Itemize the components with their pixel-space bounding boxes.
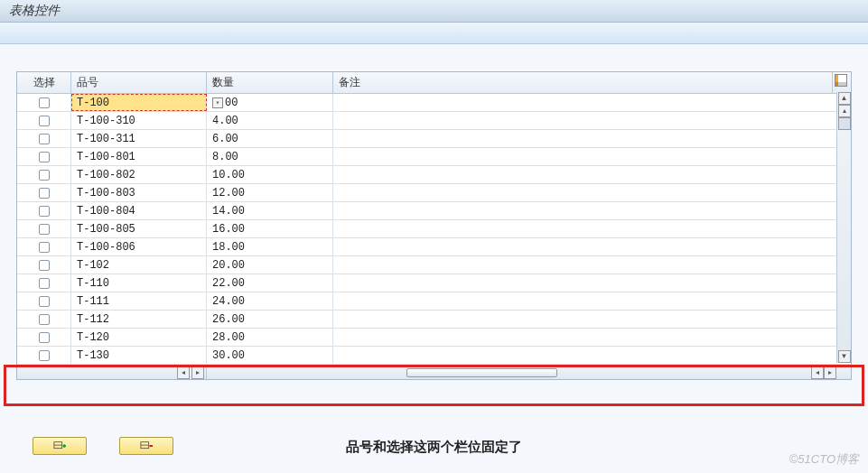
- table-row[interactable]: T-100-80516.00: [17, 220, 851, 238]
- hscroll-thumb[interactable]: [406, 368, 557, 377]
- vertical-scrollbar[interactable]: ▲ ▴ ▼: [836, 92, 851, 363]
- table-row[interactable]: T-12028.00: [17, 329, 851, 347]
- table-row[interactable]: T-11124.00: [17, 292, 851, 311]
- hscroll-left[interactable]: ◂: [811, 366, 824, 379]
- qty-cell[interactable]: 28.00: [207, 329, 333, 346]
- item-cell[interactable]: T-100-803: [71, 184, 207, 201]
- note-cell[interactable]: [333, 256, 851, 274]
- note-cell[interactable]: [333, 238, 851, 255]
- item-cell[interactable]: T-100-805: [71, 220, 207, 237]
- table-row[interactable]: T-11022.00: [17, 274, 851, 292]
- row-checkbox[interactable]: [39, 350, 50, 361]
- scroll-thumb[interactable]: [838, 117, 851, 130]
- row-select-cell[interactable]: [17, 256, 71, 274]
- table-row[interactable]: T-13030.00: [17, 347, 851, 365]
- item-cell[interactable]: T-111: [71, 292, 207, 310]
- row-select-cell[interactable]: [17, 220, 71, 237]
- item-cell[interactable]: T-100: [71, 94, 207, 111]
- row-checkbox[interactable]: [39, 314, 50, 325]
- scroll-pageup-button[interactable]: ▴: [838, 105, 851, 117]
- row-select-cell[interactable]: [17, 130, 71, 147]
- scroll-down-button[interactable]: ▼: [838, 350, 851, 363]
- row-select-cell[interactable]: [17, 292, 71, 310]
- note-cell[interactable]: [333, 329, 851, 346]
- row-select-cell[interactable]: [17, 148, 71, 165]
- item-cell[interactable]: T-130: [71, 347, 207, 364]
- row-checkbox[interactable]: [39, 260, 50, 271]
- row-checkbox[interactable]: [39, 134, 50, 144]
- f4-help-icon[interactable]: ▾: [212, 97, 223, 108]
- row-select-cell[interactable]: [17, 202, 71, 219]
- note-cell[interactable]: [333, 274, 851, 292]
- note-cell[interactable]: [333, 112, 851, 129]
- item-cell[interactable]: T-120: [71, 329, 207, 346]
- table-row[interactable]: T-100-80618.00: [17, 238, 851, 256]
- row-select-cell[interactable]: [17, 238, 71, 255]
- row-checkbox[interactable]: [39, 170, 50, 181]
- qty-cell[interactable]: 8.00: [207, 148, 333, 165]
- note-cell[interactable]: [333, 94, 851, 111]
- qty-cell[interactable]: 20.00: [207, 256, 333, 274]
- item-cell[interactable]: T-100-802: [71, 166, 207, 183]
- table-row[interactable]: T-100-80414.00: [17, 202, 851, 220]
- item-cell[interactable]: T-100-310: [71, 112, 207, 129]
- item-cell[interactable]: T-110: [71, 274, 207, 292]
- qty-cell[interactable]: 4.00: [207, 112, 333, 129]
- row-checkbox[interactable]: [39, 332, 50, 343]
- row-checkbox[interactable]: [39, 296, 50, 307]
- qty-cell[interactable]: 12.00: [207, 184, 333, 201]
- hscroll-fixed-left[interactable]: ◂: [177, 366, 190, 379]
- item-cell[interactable]: T-100-804: [71, 202, 207, 219]
- row-select-cell[interactable]: [17, 166, 71, 183]
- row-checkbox[interactable]: [39, 116, 50, 126]
- scroll-up-button[interactable]: ▲: [838, 92, 851, 105]
- item-cell[interactable]: T-112: [71, 311, 207, 328]
- hscroll-right[interactable]: ▸: [824, 366, 836, 379]
- row-checkbox[interactable]: [39, 152, 50, 162]
- row-select-cell[interactable]: [17, 311, 71, 328]
- row-select-cell[interactable]: [17, 112, 71, 129]
- row-checkbox[interactable]: [39, 278, 50, 289]
- qty-cell[interactable]: 6.00: [207, 130, 333, 147]
- table-row[interactable]: T-100-3116.00: [17, 130, 851, 148]
- row-checkbox[interactable]: [39, 188, 50, 199]
- row-select-cell[interactable]: [17, 274, 71, 292]
- col-header-item[interactable]: 品号: [71, 72, 207, 93]
- table-row[interactable]: T-100-80210.00: [17, 166, 851, 184]
- note-cell[interactable]: [333, 148, 851, 165]
- note-cell[interactable]: [333, 184, 851, 201]
- row-select-cell[interactable]: [17, 184, 71, 201]
- row-select-cell[interactable]: [17, 329, 71, 346]
- hscroll-fixed-right[interactable]: ▸: [191, 366, 204, 379]
- qty-cell[interactable]: 10.00: [207, 166, 333, 183]
- qty-cell[interactable]: 24.00: [207, 292, 333, 310]
- qty-cell[interactable]: 26.00: [207, 311, 333, 328]
- table-row[interactable]: T-100-3104.00: [17, 112, 851, 130]
- table-row[interactable]: T-100-8018.00: [17, 148, 851, 166]
- table-row[interactable]: T-100-80312.00: [17, 184, 851, 202]
- table-row[interactable]: T-11226.00: [17, 311, 851, 329]
- qty-cell[interactable]: 22.00: [207, 274, 333, 292]
- horizontal-scrollbar[interactable]: ◂ ▸ ◂ ▸: [17, 365, 851, 379]
- item-cell[interactable]: T-102: [71, 256, 207, 274]
- col-header-select[interactable]: 选择: [17, 72, 71, 93]
- note-cell[interactable]: [333, 292, 851, 310]
- note-cell[interactable]: [333, 166, 851, 183]
- note-cell[interactable]: [333, 347, 851, 364]
- row-checkbox[interactable]: [39, 206, 50, 217]
- note-cell[interactable]: [333, 130, 851, 147]
- col-header-note[interactable]: 备注: [333, 72, 833, 93]
- row-select-cell[interactable]: [17, 347, 71, 364]
- note-cell[interactable]: [333, 311, 851, 328]
- qty-cell[interactable]: 14.00: [207, 202, 333, 219]
- item-cell[interactable]: T-100-801: [71, 148, 207, 165]
- table-row[interactable]: T-10220.00: [17, 256, 851, 274]
- item-cell[interactable]: T-100-311: [71, 130, 207, 147]
- item-cell[interactable]: T-100-806: [71, 238, 207, 255]
- qty-cell[interactable]: 18.00: [207, 238, 333, 255]
- row-checkbox[interactable]: [39, 97, 50, 108]
- table-config-button[interactable]: [833, 72, 851, 93]
- row-checkbox[interactable]: [39, 224, 50, 235]
- qty-cell[interactable]: ▾00: [207, 94, 333, 111]
- note-cell[interactable]: [333, 220, 851, 237]
